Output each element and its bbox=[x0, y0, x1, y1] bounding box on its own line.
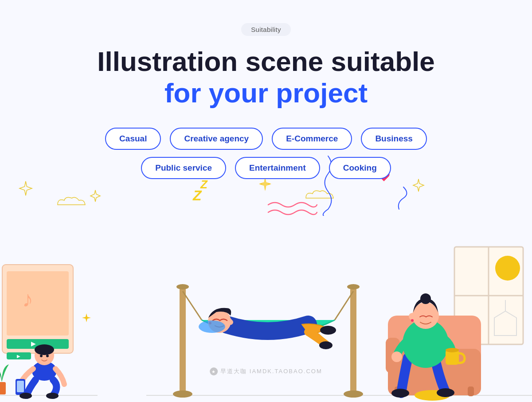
suitability-badge: Suitability bbox=[241, 23, 291, 36]
svg-point-31 bbox=[319, 341, 332, 349]
title-line1: Illustration scene suitable bbox=[97, 46, 434, 77]
svg-rect-5 bbox=[7, 271, 69, 336]
svg-point-27 bbox=[347, 284, 360, 289]
illus-left-person: ♪ ▶ ▶ bbox=[0, 229, 98, 402]
tag-creative-agency[interactable]: Creative agency bbox=[170, 128, 263, 150]
svg-point-39 bbox=[495, 256, 520, 281]
tag-casual[interactable]: Casual bbox=[105, 128, 161, 150]
star-deco-1 bbox=[18, 180, 34, 196]
tags-row-2: Public service Entertainment Cooking bbox=[0, 157, 532, 179]
svg-point-25 bbox=[344, 390, 363, 398]
title-line2: for your project bbox=[164, 78, 368, 108]
cloud-deco-1 bbox=[53, 194, 93, 209]
svg-rect-20 bbox=[0, 382, 6, 394]
main-title: Illustration scene suitable for your pro… bbox=[0, 46, 532, 109]
svg-point-19 bbox=[46, 393, 59, 399]
tags-row-1: Casual Creative agency E-Commerce Busine… bbox=[0, 128, 532, 150]
svg-rect-23 bbox=[350, 287, 356, 393]
svg-point-13 bbox=[35, 344, 54, 355]
svg-text:▶: ▶ bbox=[17, 354, 20, 359]
watermark-text: 早道大咖 IAMDK.TAOBAO.COM bbox=[220, 367, 322, 375]
illus-center-person bbox=[137, 229, 395, 402]
tag-entertainment[interactable]: Entertainment bbox=[235, 157, 320, 179]
illus-right-person bbox=[386, 229, 532, 402]
svg-point-52 bbox=[391, 351, 402, 362]
tag-e-commerce[interactable]: E-Commerce bbox=[272, 128, 352, 150]
svg-point-56 bbox=[411, 319, 414, 322]
svg-point-14 bbox=[40, 355, 43, 357]
wavy-lines-deco bbox=[266, 198, 319, 220]
illustration-area: Z Z Z ♪ bbox=[0, 229, 532, 402]
svg-point-47 bbox=[391, 389, 409, 398]
svg-text:Z: Z bbox=[200, 178, 208, 191]
svg-text:▶: ▶ bbox=[31, 340, 36, 347]
svg-rect-17 bbox=[17, 381, 24, 392]
svg-point-54 bbox=[420, 293, 431, 304]
svg-text:♪: ♪ bbox=[22, 287, 33, 312]
swirl-deco bbox=[386, 185, 408, 211]
svg-point-15 bbox=[46, 355, 49, 357]
tag-cooking[interactable]: Cooking bbox=[329, 157, 391, 179]
svg-point-34 bbox=[199, 320, 225, 333]
tag-public-service[interactable]: Public service bbox=[141, 157, 226, 179]
top-section: Suitability Illustration scene suitable … bbox=[0, 0, 532, 179]
star-deco-right bbox=[411, 178, 426, 192]
svg-point-51 bbox=[446, 348, 459, 352]
page-wrapper: Suitability Illustration scene suitable … bbox=[0, 0, 532, 402]
svg-point-18 bbox=[20, 393, 32, 399]
svg-point-30 bbox=[320, 326, 336, 335]
watermark-icon: ★ bbox=[210, 367, 218, 375]
svg-point-24 bbox=[173, 390, 192, 398]
svg-rect-45 bbox=[468, 386, 474, 396]
svg-rect-22 bbox=[180, 287, 186, 393]
svg-point-48 bbox=[437, 388, 454, 397]
watermark: ★ 早道大咖 IAMDK.TAOBAO.COM bbox=[210, 367, 322, 375]
tag-business[interactable]: Business bbox=[361, 128, 426, 150]
svg-point-55 bbox=[409, 313, 416, 320]
svg-point-26 bbox=[176, 284, 189, 289]
